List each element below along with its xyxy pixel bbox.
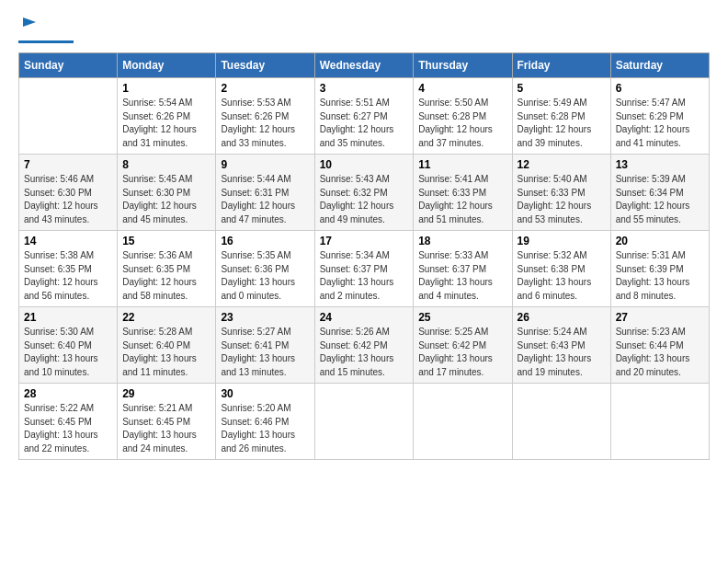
calendar-cell: 14Sunrise: 5:38 AMSunset: 6:35 PMDayligh…: [19, 231, 118, 307]
day-number: 1: [122, 82, 210, 95]
day-info: Sunrise: 5:44 AMSunset: 6:31 PMDaylight:…: [221, 173, 309, 226]
day-number: 17: [320, 235, 409, 247]
calendar-cell: 29Sunrise: 5:21 AMSunset: 6:45 PMDayligh…: [118, 384, 216, 460]
calendar-cell: 20Sunrise: 5:31 AMSunset: 6:39 PMDayligh…: [610, 231, 709, 307]
day-number: 7: [24, 158, 112, 171]
day-number: 21: [24, 311, 112, 324]
day-number: 14: [24, 235, 112, 247]
calendar-cell: 28Sunrise: 5:22 AMSunset: 6:45 PMDayligh…: [19, 384, 118, 460]
day-number: 23: [221, 311, 309, 324]
calendar-header-monday: Monday: [118, 53, 216, 78]
logo-arrow-icon: [21, 14, 38, 30]
day-info: Sunrise: 5:39 AMSunset: 6:34 PMDaylight:…: [616, 173, 704, 226]
day-info: Sunrise: 5:34 AMSunset: 6:37 PMDaylight:…: [320, 249, 409, 303]
day-number: 27: [616, 311, 704, 324]
calendar-cell: 7Sunrise: 5:46 AMSunset: 6:30 PMDaylight…: [19, 155, 118, 231]
day-number: 9: [221, 158, 309, 171]
calendar-cell: 6Sunrise: 5:47 AMSunset: 6:29 PMDaylight…: [610, 78, 709, 155]
calendar-cell: 27Sunrise: 5:23 AMSunset: 6:44 PMDayligh…: [610, 307, 709, 384]
day-number: 29: [122, 387, 210, 400]
day-info: Sunrise: 5:33 AMSunset: 6:37 PMDaylight:…: [418, 249, 506, 303]
day-info: Sunrise: 5:46 AMSunset: 6:30 PMDaylight:…: [24, 173, 112, 226]
day-info: Sunrise: 5:26 AMSunset: 6:42 PMDaylight:…: [320, 326, 409, 379]
day-number: 3: [320, 82, 409, 95]
calendar-header-sunday: Sunday: [19, 53, 118, 78]
day-number: 4: [418, 82, 506, 95]
day-info: Sunrise: 5:54 AMSunset: 6:26 PMDaylight:…: [122, 97, 210, 150]
day-number: 12: [518, 158, 606, 171]
calendar-cell: 12Sunrise: 5:40 AMSunset: 6:33 PMDayligh…: [512, 155, 610, 231]
day-number: 11: [418, 158, 506, 171]
calendar-header-saturday: Saturday: [610, 53, 709, 78]
calendar-table: SundayMondayTuesdayWednesdayThursdayFrid…: [18, 52, 710, 460]
day-number: 25: [418, 311, 506, 324]
svg-marker-0: [23, 17, 36, 27]
day-number: 28: [24, 387, 112, 400]
calendar-cell: 8Sunrise: 5:45 AMSunset: 6:30 PMDaylight…: [118, 155, 216, 231]
day-info: Sunrise: 5:49 AMSunset: 6:28 PMDaylight:…: [518, 97, 606, 150]
calendar-week-1: 1Sunrise: 5:54 AMSunset: 6:26 PMDaylight…: [19, 78, 710, 155]
day-info: Sunrise: 5:23 AMSunset: 6:44 PMDaylight:…: [616, 326, 704, 379]
day-info: Sunrise: 5:41 AMSunset: 6:33 PMDaylight:…: [418, 173, 506, 226]
calendar-cell: 17Sunrise: 5:34 AMSunset: 6:37 PMDayligh…: [314, 231, 414, 307]
calendar-cell: 16Sunrise: 5:35 AMSunset: 6:36 PMDayligh…: [216, 231, 314, 307]
page-header: [18, 18, 710, 43]
day-info: Sunrise: 5:40 AMSunset: 6:33 PMDaylight:…: [518, 173, 606, 226]
calendar-cell: [314, 384, 414, 460]
day-info: Sunrise: 5:51 AMSunset: 6:27 PMDaylight:…: [320, 97, 409, 150]
day-info: Sunrise: 5:32 AMSunset: 6:38 PMDaylight:…: [518, 249, 606, 303]
day-info: Sunrise: 5:20 AMSunset: 6:46 PMDaylight:…: [221, 402, 309, 455]
calendar-cell: [414, 384, 512, 460]
calendar-cell: 22Sunrise: 5:28 AMSunset: 6:40 PMDayligh…: [118, 307, 216, 384]
day-info: Sunrise: 5:22 AMSunset: 6:45 PMDaylight:…: [24, 402, 112, 455]
logo-underline: [18, 40, 74, 43]
calendar-cell: 15Sunrise: 5:36 AMSunset: 6:35 PMDayligh…: [118, 231, 216, 307]
day-number: 20: [616, 235, 704, 247]
day-info: Sunrise: 5:28 AMSunset: 6:40 PMDaylight:…: [122, 326, 210, 379]
day-info: Sunrise: 5:25 AMSunset: 6:42 PMDaylight:…: [418, 326, 506, 379]
day-number: 15: [122, 235, 210, 247]
day-number: 24: [320, 311, 409, 324]
day-info: Sunrise: 5:31 AMSunset: 6:39 PMDaylight:…: [616, 249, 704, 303]
calendar-cell: 11Sunrise: 5:41 AMSunset: 6:33 PMDayligh…: [414, 155, 512, 231]
calendar-week-2: 7Sunrise: 5:46 AMSunset: 6:30 PMDaylight…: [19, 155, 710, 231]
day-info: Sunrise: 5:30 AMSunset: 6:40 PMDaylight:…: [24, 326, 112, 379]
calendar-header-friday: Friday: [512, 53, 610, 78]
day-number: 22: [122, 311, 210, 324]
calendar-header-wednesday: Wednesday: [314, 53, 414, 78]
calendar-header-thursday: Thursday: [414, 53, 512, 78]
day-number: 5: [518, 82, 606, 95]
calendar-cell: 3Sunrise: 5:51 AMSunset: 6:27 PMDaylight…: [314, 78, 414, 155]
day-number: 30: [221, 387, 309, 400]
day-info: Sunrise: 5:50 AMSunset: 6:28 PMDaylight:…: [418, 97, 506, 150]
calendar-cell: 18Sunrise: 5:33 AMSunset: 6:37 PMDayligh…: [414, 231, 512, 307]
calendar-cell: 30Sunrise: 5:20 AMSunset: 6:46 PMDayligh…: [216, 384, 314, 460]
calendar-header-tuesday: Tuesday: [216, 53, 314, 78]
logo: [18, 18, 74, 43]
calendar-cell: 24Sunrise: 5:26 AMSunset: 6:42 PMDayligh…: [314, 307, 414, 384]
calendar-week-4: 21Sunrise: 5:30 AMSunset: 6:40 PMDayligh…: [19, 307, 710, 384]
calendar-week-5: 28Sunrise: 5:22 AMSunset: 6:45 PMDayligh…: [19, 384, 710, 460]
day-number: 6: [616, 82, 704, 95]
day-info: Sunrise: 5:21 AMSunset: 6:45 PMDaylight:…: [122, 402, 210, 455]
calendar-cell: 5Sunrise: 5:49 AMSunset: 6:28 PMDaylight…: [512, 78, 610, 155]
calendar-cell: 26Sunrise: 5:24 AMSunset: 6:43 PMDayligh…: [512, 307, 610, 384]
calendar-cell: 9Sunrise: 5:44 AMSunset: 6:31 PMDaylight…: [216, 155, 314, 231]
calendar-cell: 2Sunrise: 5:53 AMSunset: 6:26 PMDaylight…: [216, 78, 314, 155]
calendar-week-3: 14Sunrise: 5:38 AMSunset: 6:35 PMDayligh…: [19, 231, 710, 307]
calendar-cell: [610, 384, 709, 460]
day-info: Sunrise: 5:36 AMSunset: 6:35 PMDaylight:…: [122, 249, 210, 303]
day-info: Sunrise: 5:38 AMSunset: 6:35 PMDaylight:…: [24, 249, 112, 303]
day-info: Sunrise: 5:53 AMSunset: 6:26 PMDaylight:…: [221, 97, 309, 150]
calendar-cell: [512, 384, 610, 460]
calendar-cell: 25Sunrise: 5:25 AMSunset: 6:42 PMDayligh…: [414, 307, 512, 384]
day-info: Sunrise: 5:47 AMSunset: 6:29 PMDaylight:…: [616, 97, 704, 150]
calendar-cell: [19, 78, 118, 155]
calendar-header-row: SundayMondayTuesdayWednesdayThursdayFrid…: [19, 53, 710, 78]
day-number: 26: [518, 311, 606, 324]
calendar-cell: 21Sunrise: 5:30 AMSunset: 6:40 PMDayligh…: [19, 307, 118, 384]
day-number: 18: [418, 235, 506, 247]
calendar-cell: 4Sunrise: 5:50 AMSunset: 6:28 PMDaylight…: [414, 78, 512, 155]
calendar-cell: 19Sunrise: 5:32 AMSunset: 6:38 PMDayligh…: [512, 231, 610, 307]
day-info: Sunrise: 5:35 AMSunset: 6:36 PMDaylight:…: [221, 249, 309, 303]
